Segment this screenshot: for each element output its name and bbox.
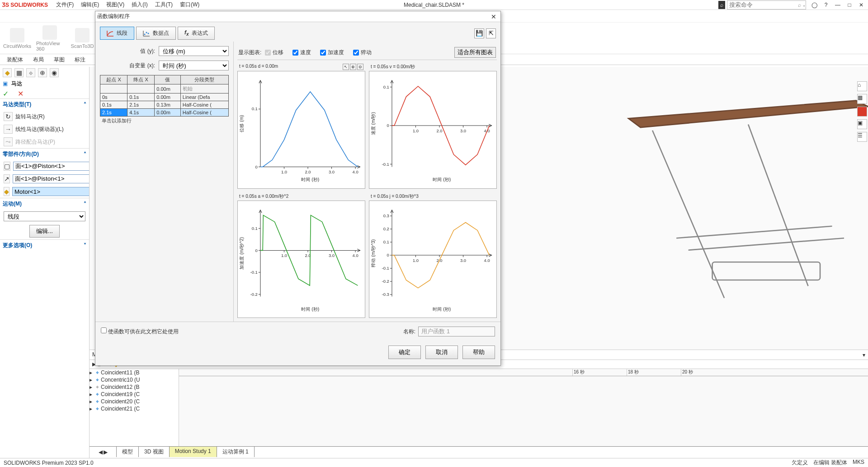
cancel-icon[interactable]: ✕ bbox=[18, 89, 24, 98]
menu-window[interactable]: 窗口(W) bbox=[176, 1, 203, 9]
mate-row[interactable]: ▸⌖Coincident12 (B bbox=[90, 383, 179, 391]
side-icon[interactable]: ⌂ bbox=[857, 81, 867, 91]
name-input[interactable] bbox=[418, 327, 495, 336]
menu-insert[interactable]: 插入(I) bbox=[128, 1, 151, 9]
chart-header-text: t = 0.05s a = 0.00m/秒^2 bbox=[239, 193, 288, 200]
ok-icon[interactable]: ✓ bbox=[3, 89, 9, 98]
segment-table[interactable]: 起点 X 终点 X 值 分段类型 0.00m初始 0s0.1s0.00mLine… bbox=[100, 75, 229, 117]
side-icon[interactable]: ▦ bbox=[857, 94, 867, 104]
ok-button[interactable]: 确定 bbox=[388, 346, 421, 359]
status-units: MKS bbox=[853, 459, 864, 467]
table-row[interactable]: 0s0.1s0.00mLinear (Defa bbox=[100, 93, 229, 101]
panel-icon[interactable]: ▦ bbox=[14, 68, 24, 77]
ribbon-scanto3d[interactable]: ScanTo3D bbox=[69, 24, 96, 52]
tab-layout[interactable]: 布局 bbox=[28, 54, 49, 65]
panel-icon[interactable]: ◆ bbox=[3, 68, 12, 77]
tab-sketch[interactable]: 草图 bbox=[49, 54, 70, 65]
check-vel[interactable]: 速度 bbox=[292, 49, 311, 56]
chart-tool-icon[interactable]: ↖ bbox=[343, 64, 349, 70]
section-component[interactable]: 零部件/方向(D)˄ bbox=[0, 148, 89, 160]
check-disp[interactable]: 位移 bbox=[265, 49, 283, 56]
svg-text:-0.1: -0.1 bbox=[382, 266, 389, 271]
chart-canvas[interactable]: 1.02.03.04.0-0.2-0.100.1时间 (秒)加速度 (m/秒^2… bbox=[237, 201, 365, 318]
motor-input[interactable] bbox=[12, 187, 90, 196]
fit-all-button[interactable]: 适合所有图表 bbox=[454, 47, 496, 58]
chart-canvas[interactable]: 1.02.03.04.0-0.100.1时间 (秒)速度 (m/秒) bbox=[369, 71, 497, 189]
export-icon[interactable]: ⇱ bbox=[486, 28, 496, 38]
indep-select[interactable]: 时间 (秒) bbox=[159, 61, 229, 70]
value-select[interactable]: 位移 (m) bbox=[159, 46, 229, 56]
menu-edit[interactable]: 编辑(E) bbox=[77, 1, 103, 9]
tab-motion-study[interactable]: Motion Study 1 bbox=[170, 447, 217, 457]
mate-row[interactable]: ▸⌖Concentric10 (U bbox=[90, 376, 179, 383]
chart-canvas[interactable]: 1.02.03.04.0-0.3-0.2-0.100.10.20.3时间 (秒)… bbox=[369, 201, 497, 318]
table-row[interactable]: 0.00m初始 bbox=[100, 84, 229, 93]
tab-motion-case[interactable]: 运动算例 1 bbox=[217, 447, 255, 457]
section-motor-type[interactable]: 马达类型(T)˄ bbox=[0, 98, 89, 110]
option-rotary[interactable]: ↻ 旋转马达(R) bbox=[0, 110, 89, 123]
check-acc[interactable]: 加速度 bbox=[320, 49, 344, 56]
maximize-icon[interactable]: □ bbox=[844, 1, 854, 9]
section-motion[interactable]: 运动(M)˄ bbox=[0, 198, 89, 210]
tab-model[interactable]: 模型 bbox=[117, 447, 139, 457]
face1-input[interactable] bbox=[13, 162, 90, 171]
panel-icon[interactable]: ⊕ bbox=[38, 68, 47, 77]
chevron-icon[interactable]: ▾ bbox=[863, 352, 865, 358]
tab-arrow-icon[interactable]: ◀ bbox=[99, 449, 103, 455]
tab-3dview[interactable]: 3D 视图 bbox=[139, 447, 170, 457]
menu-tools[interactable]: 工具(T) bbox=[151, 1, 176, 9]
help-button[interactable]: 帮助 bbox=[462, 346, 495, 359]
ribbon-circuitworks[interactable]: CircuitWorks bbox=[4, 24, 31, 52]
menu-view[interactable]: 视图(V) bbox=[103, 1, 128, 9]
dialog-left-pane: 值 (y): 位移 (m) 自变量 (x): 时间 (秒) 起点 X 终点 X … bbox=[95, 42, 234, 322]
chart-tool-icon[interactable]: ⊕ bbox=[350, 64, 356, 70]
motion-type-select[interactable]: 线段 bbox=[4, 211, 85, 221]
timeline-track[interactable]: 16 秒 18 秒 20 秒 bbox=[179, 369, 868, 446]
option-path[interactable]: ⤳ 路径配合马达(P) bbox=[0, 135, 89, 148]
check-jerk[interactable]: 猝动 bbox=[353, 49, 372, 56]
direction-icon[interactable]: ↗ bbox=[4, 174, 10, 183]
mate-row[interactable]: ▸⌖Coincident19 (C bbox=[90, 391, 179, 398]
doc-check[interactable]: 使函数可供在此文档它处使用 bbox=[101, 327, 179, 336]
mate-icon: ⌖ bbox=[96, 391, 99, 397]
tab-datapoints[interactable]: 数据点 bbox=[136, 27, 176, 40]
mate-row[interactable]: ▸⌖Coincident20 (C bbox=[90, 398, 179, 405]
option-linear[interactable]: → 线性马达(驱动器)(L) bbox=[0, 123, 89, 135]
tab-annotate[interactable]: 标注 bbox=[70, 54, 90, 65]
mate-row[interactable]: ▸⌖Coincident11 (B bbox=[90, 369, 179, 376]
side-icon[interactable] bbox=[857, 107, 867, 117]
ribbon-photoview[interactable]: PhotoView 360 bbox=[36, 24, 63, 52]
minimize-icon[interactable]: — bbox=[833, 1, 843, 9]
table-row[interactable]: 2.1s4.1s0.00mHalf-Cosine ( bbox=[100, 109, 229, 117]
section-more[interactable]: 更多选项(O)˅ bbox=[0, 239, 89, 251]
face2-input[interactable] bbox=[13, 174, 90, 183]
tab-segments[interactable]: 线段 bbox=[100, 27, 134, 40]
side-icon[interactable]: ☰ bbox=[857, 132, 867, 142]
mate-row[interactable]: ▸⌖Coincident21 (C bbox=[90, 405, 179, 412]
save-icon[interactable]: 💾 bbox=[474, 28, 484, 38]
close-icon[interactable]: ✕ bbox=[856, 1, 866, 9]
mate-tree[interactable]: ▸⌖Coincident11 (B▸⌖Concentric10 (U▸⌖Coin… bbox=[90, 369, 179, 446]
help-icon[interactable]: ? bbox=[821, 1, 831, 9]
dialog-close-icon[interactable]: ✕ bbox=[489, 12, 499, 21]
svg-text:-0.3: -0.3 bbox=[382, 292, 389, 297]
right-sidebar: ⌂ ▦ ▣ ☰ bbox=[857, 81, 867, 142]
add-row-hint[interactable]: 单击以添加行 bbox=[100, 117, 229, 125]
cancel-button[interactable]: 取消 bbox=[425, 346, 458, 359]
user-icon[interactable]: ◯ bbox=[809, 1, 819, 9]
tab-arrow-icon[interactable]: ▶ bbox=[104, 449, 108, 455]
search-input[interactable] bbox=[727, 0, 806, 9]
tab-expression[interactable]: fx 表达式 bbox=[178, 27, 215, 40]
menu-file[interactable]: 文件(F) bbox=[52, 1, 77, 9]
side-icon[interactable]: ▣ bbox=[857, 119, 867, 129]
table-row[interactable]: 0.1s2.1s0.13mHalf-Cosine ( bbox=[100, 101, 229, 109]
panel-icon[interactable]: ◉ bbox=[50, 68, 59, 77]
svg-text:猝动 (m/秒^3): 猝动 (m/秒^3) bbox=[371, 239, 376, 267]
face-icon[interactable]: ▢ bbox=[4, 162, 10, 171]
chart-canvas[interactable]: 1.02.03.04.000.1时间 (秒)位移 (m) bbox=[237, 71, 365, 189]
panel-icon[interactable]: ⟐ bbox=[26, 68, 35, 77]
edit-button[interactable]: 编辑... bbox=[29, 225, 60, 238]
motor-ref-icon[interactable]: ◆ bbox=[4, 187, 9, 196]
tab-assembly[interactable]: 装配体 bbox=[2, 54, 28, 65]
chart-tool-icon[interactable]: ⊖ bbox=[357, 64, 363, 70]
